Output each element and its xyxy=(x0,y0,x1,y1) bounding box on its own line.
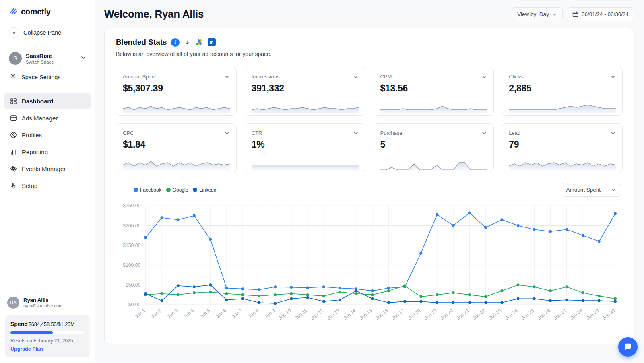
date-range-picker[interactable]: 06/01/24 - 06/30/24 xyxy=(567,7,634,21)
main-header: Welcome, Ryan Allis View by: Day 06/01/2… xyxy=(95,0,644,27)
legend-item-linkedin: Linkedin xyxy=(193,187,217,193)
stat-card-amount-spent: Amount Spent$5,307.39 xyxy=(116,67,237,116)
collapse-label: Collapse Panel xyxy=(23,29,63,36)
svg-text:Jun 22: Jun 22 xyxy=(472,308,486,321)
stat-metric-dropdown[interactable] xyxy=(481,130,487,136)
space-name: SaasRise xyxy=(26,53,76,59)
sidebar: cometly « Collapse Panel S SaasRise Swit… xyxy=(0,0,95,363)
space-avatar: S xyxy=(9,52,22,65)
cometly-logo-icon xyxy=(9,6,18,17)
stat-card-clicks: Clicks2,885 xyxy=(502,67,623,116)
svg-text:Jun 19: Jun 19 xyxy=(423,308,438,321)
svg-text:$150.00: $150.00 xyxy=(123,243,141,248)
collapse-icon: « xyxy=(9,27,19,38)
blended-stats-card: Blended Stats f ♪ in Below is an overvie… xyxy=(104,28,634,344)
stat-sparkline xyxy=(252,158,359,172)
stat-value: $5,307.39 xyxy=(123,83,230,94)
svg-text:$50.00: $50.00 xyxy=(126,282,141,288)
sidebar-item-label: Dashboard xyxy=(22,98,53,105)
facebook-icon: f xyxy=(171,38,180,47)
chevron-down-icon xyxy=(611,188,616,192)
stat-sparkline xyxy=(123,102,230,116)
stat-value: 391,332 xyxy=(252,83,359,94)
gear-icon xyxy=(10,73,17,81)
svg-text:Jun 28: Jun 28 xyxy=(569,307,583,320)
date-range-value: 06/01/24 - 06/30/24 xyxy=(582,11,629,17)
sidebar-item-label: Events Manager xyxy=(22,165,66,172)
main-content: Welcome, Ryan Allis View by: Day 06/01/2… xyxy=(95,0,644,363)
svg-text:Jun 9: Jun 9 xyxy=(263,308,276,319)
stat-metric-dropdown[interactable] xyxy=(481,74,487,80)
chevron-down-icon xyxy=(80,55,86,62)
svg-text:Jun 21: Jun 21 xyxy=(456,308,470,321)
sidebar-item-dashboard[interactable]: Dashboard xyxy=(4,93,91,109)
legend-item-facebook: Facebook xyxy=(134,187,161,193)
sidebar-item-profiles[interactable]: Profiles xyxy=(4,127,91,143)
stat-card-ctr: CTR1% xyxy=(245,123,365,172)
upgrade-plan-link[interactable]: Upgrade Plan xyxy=(10,346,85,352)
svg-text:Jun 6: Jun 6 xyxy=(215,307,227,319)
svg-text:$250.00: $250.00 xyxy=(123,203,141,208)
svg-text:Jun 7: Jun 7 xyxy=(231,308,244,319)
svg-text:Jun 23: Jun 23 xyxy=(488,307,502,320)
sidebar-item-events-manager[interactable]: Events Manager xyxy=(4,161,91,177)
user-email: ryan@saasrise.com xyxy=(23,303,62,308)
user-profile[interactable]: RA Ryan Allis ryan@saasrise.com xyxy=(0,293,95,314)
stat-sparkline xyxy=(380,102,487,116)
stat-value: 1% xyxy=(252,139,359,150)
stat-card-cpm: CPM$13.56 xyxy=(374,67,494,116)
svg-text:Jun 3: Jun 3 xyxy=(166,307,179,319)
stat-metric-dropdown[interactable] xyxy=(353,130,359,136)
sidebar-item-ads-manager[interactable]: Ads Manager xyxy=(4,110,91,126)
svg-text:Jun 30: Jun 30 xyxy=(601,307,616,320)
stat-metric-dropdown[interactable] xyxy=(610,130,616,136)
space-settings-label: Space Settings xyxy=(21,74,61,80)
stat-metric-dropdown[interactable] xyxy=(224,74,230,80)
sidebar-item-setup[interactable]: Setup xyxy=(4,177,91,194)
stat-sparkline xyxy=(509,158,616,172)
svg-text:Jun 25: Jun 25 xyxy=(520,307,535,320)
calendar-icon xyxy=(572,11,578,17)
ads-icon xyxy=(10,114,17,122)
app-layout: cometly « Collapse Panel S SaasRise Swit… xyxy=(0,0,644,363)
stat-metric-dropdown[interactable] xyxy=(224,130,230,136)
svg-text:Jun 16: Jun 16 xyxy=(375,307,389,320)
stat-sparkline xyxy=(509,102,616,116)
sidebar-nav: DashboardAds ManagerProfilesReportingEve… xyxy=(0,88,95,198)
tiktok-icon: ♪ xyxy=(183,38,192,47)
sidebar-item-label: Ads Manager xyxy=(22,115,58,122)
stat-metric-dropdown[interactable] xyxy=(610,74,616,80)
svg-text:Jun 1: Jun 1 xyxy=(134,308,146,319)
space-switcher[interactable]: S SaasRise Switch Space xyxy=(0,45,95,67)
sidebar-item-label: Setup xyxy=(22,182,37,189)
collapse-panel-button[interactable]: « Collapse Panel xyxy=(0,23,95,45)
stat-label: Impressions xyxy=(252,74,280,80)
stats-grid: Amount Spent$5,307.39Impressions391,332C… xyxy=(116,67,623,172)
view-by-select[interactable]: View by: Day xyxy=(512,7,563,21)
stat-card-lead: Lead79 xyxy=(502,123,623,172)
stat-value: $13.56 xyxy=(380,83,487,94)
svg-text:$0.00: $0.00 xyxy=(128,302,141,307)
svg-text:Jun 29: Jun 29 xyxy=(585,308,600,321)
stat-value: 2,885 xyxy=(509,83,616,94)
svg-text:Jun 11: Jun 11 xyxy=(294,308,308,320)
stat-label: CTR xyxy=(252,130,262,136)
chart-metric-select[interactable]: Amount Spent xyxy=(561,183,621,197)
sidebar-item-reporting[interactable]: Reporting xyxy=(4,144,91,160)
setup-icon xyxy=(10,182,17,189)
stat-card-cpc: CPC$1.84 xyxy=(116,123,237,172)
chat-widget-button[interactable] xyxy=(618,337,638,357)
svg-text:Jun 12: Jun 12 xyxy=(310,308,324,321)
stat-metric-dropdown[interactable] xyxy=(353,74,359,80)
stat-sparkline xyxy=(123,158,230,172)
chart-metric-value: Amount Spent xyxy=(566,187,601,193)
reporting-icon xyxy=(10,148,17,155)
events-icon xyxy=(10,165,17,172)
blended-stats-subtitle: Below is an overview of all of your ad a… xyxy=(116,51,623,57)
spend-resets-text: Resets on February 21, 2025 xyxy=(10,338,85,344)
svg-text:Jun 14: Jun 14 xyxy=(342,307,357,320)
google-dot-icon xyxy=(166,188,171,192)
spend-label: Spend xyxy=(10,321,28,327)
switch-space-label: Switch Space xyxy=(26,60,76,64)
space-settings-item[interactable]: Space Settings xyxy=(0,67,95,88)
